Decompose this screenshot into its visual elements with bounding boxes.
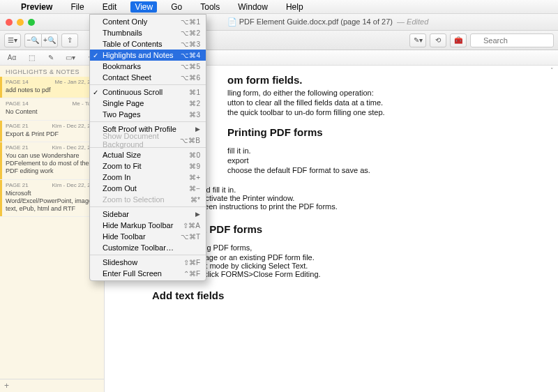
menu-item-content-only[interactable]: Content Only⌥⌘1 — [90, 16, 206, 27]
menu-shortcut: ⌥⌘3 — [181, 40, 200, 48]
zoom-window-button[interactable] — [28, 19, 35, 26]
menu-shortcut: ⌥⌘2 — [181, 29, 200, 37]
menu-window[interactable]: Window — [234, 1, 272, 13]
menu-shortcut: ⌃⌘F — [183, 270, 200, 278]
menu-view[interactable]: View — [130, 1, 157, 13]
menu-item-single-page[interactable]: Single Page⌘2 — [90, 98, 206, 109]
menu-item-two-pages[interactable]: Two Pages⌘3 — [90, 109, 206, 120]
menu-item-label: Enter Full Screen — [103, 269, 162, 278]
page-nav-chevron[interactable]: ˅ — [550, 67, 554, 74]
menu-shortcut: ⌘0 — [189, 151, 200, 159]
menu-tools[interactable]: Tools — [196, 1, 224, 13]
menu-go[interactable]: Go — [167, 1, 186, 13]
zoom-in-button[interactable]: +🔍 — [41, 33, 58, 47]
menu-shortcut: ⇧⌘A — [183, 222, 200, 229]
note-text: You can use Wondershare PDFelement to do… — [6, 152, 100, 176]
menu-item-continuous-scroll[interactable]: Continuous Scroll⌘1 — [90, 86, 206, 98]
markup-toolbar: Aα ⬚ ✎ ▭▾ ▾ — [0, 50, 558, 66]
menu-item-label: Zoom Out — [103, 184, 137, 193]
shapes-button[interactable]: ▭▾ — [63, 52, 78, 63]
doc-heading: Add text fields — [152, 289, 558, 301]
note-row[interactable]: PAGE 14Me - Jan 22, 2016 add notes to pd… — [0, 77, 104, 98]
note-row[interactable]: PAGE 21Kim - Dec 22, 2014 Microsoft Word… — [0, 180, 104, 218]
menu-shortcut: ⌘3 — [189, 111, 200, 119]
note-text: No Content — [6, 108, 100, 116]
highlight-button[interactable]: ✎▾ — [409, 33, 426, 47]
menu-shortcut: ⌥⌘T — [181, 233, 200, 241]
menu-file[interactable]: File — [66, 1, 88, 13]
search-input[interactable] — [470, 33, 554, 47]
zoom-out-button[interactable]: −🔍 — [24, 33, 41, 47]
menu-item-hide-toolbar[interactable]: Hide Toolbar⌥⌘T — [90, 231, 206, 242]
menu-item-table-of-contents[interactable]: Table of Contents⌥⌘3 — [90, 38, 206, 50]
edited-label: — Edited — [397, 17, 428, 26]
menu-item-label: Highlights and Notes — [103, 51, 174, 59]
app-menu[interactable]: Preview — [17, 1, 56, 13]
menu-item-contact-sheet[interactable]: Contact Sheet⌥⌘6 — [90, 72, 206, 83]
note-row[interactable]: PAGE 14Me - Today No Content — [0, 98, 104, 120]
doc-heading: Printing PDF forms — [227, 126, 558, 138]
menu-item-slideshow[interactable]: Slideshow⇧⌘F — [90, 257, 206, 268]
menu-item-zoom-to-fit[interactable]: Zoom to Fit⌘9 — [90, 160, 206, 172]
markup-toggle-button[interactable]: 🧰 — [450, 33, 467, 47]
menu-edit[interactable]: Edit — [98, 1, 121, 13]
menu-item-label: Zoom In — [103, 173, 130, 181]
doc-text: the quick toolbar to un-do form filling … — [227, 108, 558, 116]
menu-item-hide-markup-toolbar[interactable]: Hide Markup Toolbar⇧⌘A — [90, 220, 206, 231]
minimize-window-button[interactable] — [17, 19, 24, 26]
menu-item-label: Zoom to Fit — [103, 162, 142, 170]
menu-item-label: Zoom to Selection — [103, 195, 165, 204]
menu-item-label: Sidebar — [103, 210, 129, 218]
text-style-button[interactable]: Aα — [4, 52, 20, 63]
menu-item-actual-size[interactable]: Actual Size⌘0 — [90, 149, 206, 160]
menu-item-sidebar[interactable]: Sidebar▶ — [90, 209, 206, 220]
menu-shortcut: ⌥⌘B — [180, 137, 200, 144]
share-button[interactable]: ⇪ — [61, 33, 78, 47]
note-row[interactable]: PAGE 21Kim - Dec 22, 2014 You can use Wo… — [0, 142, 104, 180]
menu-item-label: Two Pages — [103, 110, 140, 119]
close-window-button[interactable] — [6, 19, 13, 26]
menu-help[interactable]: Help — [282, 1, 308, 13]
menu-shortcut: ⌘1 — [189, 89, 200, 96]
select-tool-button[interactable]: ⬚ — [24, 52, 39, 63]
note-page: PAGE 21 — [6, 182, 29, 188]
note-row[interactable]: PAGE 21Kim - Dec 22, 2014 Export & Print… — [0, 121, 104, 142]
add-note-button[interactable]: + — [0, 379, 104, 392]
titlebar: 📄 PDF Element Guide.docx.pdf (page 14 of… — [0, 14, 558, 31]
menu-item-customize-toolbar-[interactable]: Customize Toolbar… — [90, 242, 206, 253]
rotate-button[interactable]: ⟲ — [430, 33, 446, 47]
draw-tool-button[interactable]: ✎ — [43, 52, 59, 63]
menu-shortcut: ⌘* — [190, 196, 200, 204]
menu-item-zoom-in[interactable]: Zoom In⌘+ — [90, 172, 206, 183]
menu-item-enter-full-screen[interactable]: Enter Full Screen⌃⌘F — [90, 268, 206, 279]
note-page: PAGE 14 — [6, 79, 29, 85]
menu-shortcut: ⌥⌘5 — [181, 63, 200, 70]
submenu-arrow-icon: ▶ — [195, 211, 200, 218]
doc-text: utton to clear all the filled fields dat… — [227, 98, 558, 107]
sidebar-toggle-button[interactable]: ☰▾ — [4, 33, 21, 47]
menu-item-thumbnails[interactable]: Thumbnails⌥⌘2 — [90, 27, 206, 38]
menu-item-label: Continuous Scroll — [103, 88, 163, 96]
menu-item-label: Show Document Background — [103, 132, 180, 149]
menu-item-label: Hide Toolbar — [103, 232, 146, 241]
menu-shortcut: ⌘9 — [189, 163, 200, 170]
menu-shortcut: ⇧⌘F — [183, 259, 200, 266]
doc-heading: om form fields. — [227, 74, 558, 86]
menu-shortcut: ⌘2 — [189, 100, 200, 107]
menu-item-bookmarks[interactable]: Bookmarks⌥⌘5 — [90, 61, 206, 72]
page-indicator: (page 14 of 27) — [340, 17, 393, 26]
menu-shortcut: ⌥⌘1 — [181, 18, 200, 26]
note-page: PAGE 14 — [6, 100, 29, 107]
doc-text: lling form, do either the following oper… — [227, 89, 558, 97]
menu-item-label: Content Only — [103, 17, 147, 26]
menu-shortcut: ⌥⌘4 — [181, 52, 200, 59]
menu-shortcut: ⌘+ — [189, 174, 200, 181]
menu-item-label: Contact Sheet — [103, 73, 151, 82]
menu-item-label: Hide Markup Toolbar — [103, 221, 173, 229]
note-page: PAGE 21 — [6, 123, 29, 129]
view-menu-dropdown: Content Only⌥⌘1Thumbnails⌥⌘2Table of Con… — [89, 14, 206, 281]
menu-item-zoom-out[interactable]: Zoom Out⌘− — [90, 183, 206, 194]
sidebar-header: HIGHLIGHTS & NOTES — [0, 66, 104, 77]
menu-item-highlights-and-notes[interactable]: Highlights and Notes⌥⌘4 — [90, 50, 206, 61]
menu-item-label: Actual Size — [103, 151, 141, 159]
